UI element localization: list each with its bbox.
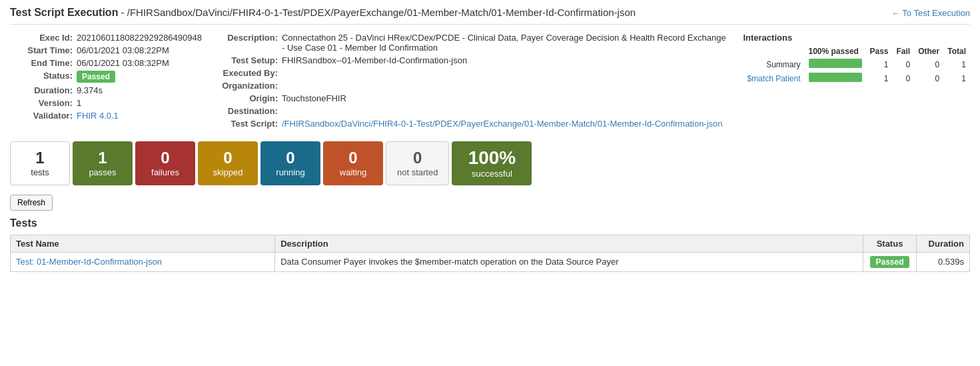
interactions-row-label: $match Patient [743,71,804,85]
duration-row: Duration: 9.374s [10,85,202,95]
executed-by-row: Executed By: [215,68,730,78]
middle-info: Description: Connectathon 25 - DaVinci H… [215,33,730,131]
test-status-cell: Passed [863,252,917,271]
exec-id-value: 20210601180822929286490948 [77,33,202,43]
interactions-row: Summary1001 [743,57,970,71]
stat-tests-lbl: tests [31,167,49,177]
interactions-row-total: 1 [943,71,970,85]
validator-link[interactable]: FHIR 4.0.1 [77,111,119,121]
stat-tests: 1 tests [10,141,70,185]
interactions-col-fail: Fail [893,45,915,57]
test-setup-row: Test Setup: FHIRSandbox--01-Member-Id-Co… [215,55,730,65]
col-test-name: Test Name [11,235,275,252]
stat-passes-lbl: passes [89,167,116,177]
stat-passes-num: 1 [98,149,107,167]
interactions-col-total: Total [943,45,970,57]
interactions-row-pass: 1 [866,71,893,85]
interactions-col-label [743,45,804,57]
stat-running-lbl: running [276,167,304,177]
description-value: Connectathon 25 - DaVinci HRex/CDex/PCDE… [282,33,730,53]
version-label: Version: [10,98,77,108]
interactions-col-pass: Pass [866,45,893,57]
interactions-row-fail: 0 [893,71,915,85]
tests-section: Tests Test Name Description Status Durat… [10,217,970,272]
duration-value: 9.374s [77,85,103,95]
page-header: Test Script Execution - /FHIRSandbox/DaV… [10,7,970,25]
stats-section: 1 tests 1 passes 0 failures 0 skipped 0 … [10,141,970,185]
start-time-value: 06/01/2021 03:08:22PM [77,45,169,55]
stat-waiting: 0 waiting [323,141,383,185]
stat-success-num: 100% [468,148,516,169]
exec-id-row: Exec Id: 20210601180822929286490948 [10,33,202,43]
validator-label: Validator: [10,111,77,121]
tests-table: Test Name Description Status Duration Te… [10,235,970,272]
stat-skipped: 0 skipped [198,141,258,185]
stat-running-num: 0 [286,149,294,167]
origin-row: Origin: TouchstoneFHIR [215,93,730,103]
stat-skipped-lbl: skipped [213,167,243,177]
refresh-button[interactable]: Refresh [10,195,53,211]
test-script-value: /FHIRSandbox/DaVinci/FHIR4-0-1-Test/PDEX… [282,119,723,129]
stat-passes: 1 passes [73,141,133,185]
description-row: Description: Connectathon 25 - DaVinci H… [215,33,730,53]
col-status: Status [863,235,917,252]
interactions-col-pct: 100% passed [805,45,866,57]
organization-label: Organization: [215,81,282,91]
interactions-row-other: 0 [914,71,943,85]
stat-failures-num: 0 [161,149,169,167]
tests-table-header-row: Test Name Description Status Duration [11,235,970,252]
organization-row: Organization: [215,81,730,91]
stat-skipped-num: 0 [223,149,232,167]
stat-failures: 0 failures [135,141,195,185]
status-badge: Passed [870,256,909,268]
stat-success: 100% successful [452,141,532,185]
validator-row: Validator: FHIR 4.0.1 [10,111,202,121]
interactions-row-total: 1 [943,57,970,71]
status-label: Status: [10,71,77,81]
validator-value: FHIR 4.0.1 [77,111,119,121]
col-duration: Duration [917,235,970,252]
stat-failures-lbl: failures [151,167,179,177]
interactions-section: Interactions 100% passed Pass Fail Other… [743,33,970,131]
test-name-link[interactable]: Test: 01-Member-Id-Confirmation-json [16,257,162,267]
status-row: Status: Passed [10,71,202,83]
destination-row: Destination: [215,106,730,116]
stat-tests-num: 1 [35,149,44,167]
test-name-cell: Test: 01-Member-Id-Confirmation-json [11,252,275,271]
status-value: Passed [77,71,115,83]
interactions-table: 100% passed Pass Fail Other Total Summar… [743,45,970,85]
interactions-row-bar [805,71,866,85]
start-time-row: Start Time: 06/01/2021 03:08:22PM [10,45,202,55]
end-time-label: End Time: [10,58,77,68]
stat-not-started-lbl: not started [397,167,438,177]
back-link[interactable]: To Test Execution [891,8,970,18]
exec-id-label: Exec Id: [10,33,77,43]
destination-label: Destination: [215,106,282,116]
page-title-label: Test Script Execution [10,7,118,18]
interactions-row-pass: 1 [866,57,893,71]
interactions-row-other: 0 [914,57,943,71]
duration-label: Duration: [10,85,77,95]
interactions-col-other: Other [914,45,943,57]
left-info: Exec Id: 20210601180822929286490948 Star… [10,33,202,131]
test-setup-value: FHIRSandbox--01-Member-Id-Confirmation-j… [282,55,467,65]
test-description-cell: Data Consumer Payer invokes the $member-… [275,252,863,271]
version-value: 1 [77,98,81,108]
tests-title: Tests [10,217,970,229]
end-time-value: 06/01/2021 03:08:32PM [77,58,169,68]
interactions-title: Interactions [743,33,970,43]
version-row: Version: 1 [10,98,202,108]
test-script-link[interactable]: /FHIRSandbox/DaVinci/FHIR4-0-1-Test/PDEX… [282,119,723,129]
stat-success-lbl: successful [472,169,512,179]
stat-waiting-num: 0 [348,149,357,167]
executed-by-label: Executed By: [215,68,282,78]
stat-waiting-lbl: waiting [340,167,366,177]
interactions-row-label-link[interactable]: $match Patient [747,74,800,83]
interactions-row-label: Summary [743,57,804,71]
page-title-path: - /FHIRSandbox/DaVinci/FHIR4-0-1-Test/PD… [118,7,636,18]
info-section: Exec Id: 20210601180822929286490948 Star… [10,33,970,131]
end-time-row: End Time: 06/01/2021 03:08:32PM [10,58,202,68]
interactions-row-fail: 0 [893,57,915,71]
table-row: Test: 01-Member-Id-Confirmation-jsonData… [11,252,970,271]
test-duration-cell: 0.539s [917,252,970,271]
